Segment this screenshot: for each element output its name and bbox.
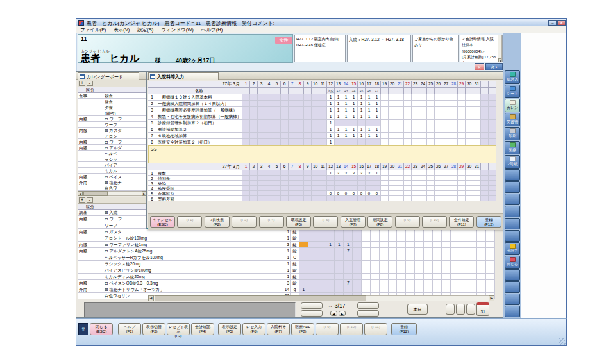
schedule-day-cell[interactable] <box>389 261 398 267</box>
meal-day-cell[interactable] <box>389 170 396 176</box>
schedule-day-cell[interactable] <box>326 267 335 274</box>
schedule-day-cell[interactable] <box>326 235 335 242</box>
fee-day-cell[interactable] <box>242 126 250 133</box>
meal-day-cell[interactable] <box>466 191 473 196</box>
schedule-day-cell[interactable] <box>459 235 468 242</box>
blank-button[interactable] <box>446 304 455 315</box>
meal-day-cell[interactable] <box>466 181 473 186</box>
schedule-day-cell[interactable] <box>415 261 424 267</box>
meal-day-cell[interactable] <box>412 170 419 176</box>
close-button[interactable]: ✕ <box>557 20 566 26</box>
fee-day-cell[interactable] <box>250 126 258 133</box>
schedule-day-cell[interactable] <box>486 267 495 274</box>
schedule-day-cell[interactable] <box>344 261 353 267</box>
collapse-all-button[interactable]: - <box>87 81 93 86</box>
item-name-cell[interactable]: ⊟ ワーフ <box>103 139 147 145</box>
meal-day-cell[interactable] <box>404 196 412 201</box>
bottom-fkey-f2-button[interactable]: 表示切替(F2) <box>142 323 165 335</box>
meal-day-cell[interactable] <box>327 181 335 186</box>
meal-day-cell[interactable] <box>373 181 381 186</box>
fee-day-cell[interactable]: 1 <box>358 113 366 120</box>
meal-day-cell[interactable] <box>319 196 327 201</box>
schedule-day-cell[interactable] <box>371 242 380 248</box>
drug-name-cell[interactable]: ラシックス錠20mg <box>103 261 273 267</box>
fee-day-cell[interactable] <box>304 139 312 145</box>
meal-day-cell[interactable] <box>389 196 396 201</box>
meal-day-cell[interactable] <box>419 170 427 176</box>
meal-day-cell[interactable] <box>366 176 373 181</box>
schedule-day-cell[interactable] <box>486 248 495 254</box>
meal-day-cell[interactable] <box>358 176 366 181</box>
schedule-day-cell[interactable] <box>477 242 486 248</box>
fee-day-cell[interactable] <box>419 139 427 145</box>
fee-day-cell[interactable] <box>281 101 289 107</box>
meal-day-cell[interactable] <box>281 170 289 176</box>
meal-day-cell[interactable] <box>473 196 481 201</box>
schedule-day-cell[interactable] <box>468 267 477 274</box>
fee-day-cell[interactable]: 1 <box>366 94 373 101</box>
fee-day-cell[interactable] <box>296 101 304 107</box>
sidebar-button[interactable]: 文書管理 <box>505 113 520 126</box>
meal-day-cell[interactable] <box>242 170 250 176</box>
fee-day-cell[interactable] <box>427 94 435 101</box>
schedule-day-cell[interactable] <box>371 267 380 274</box>
schedule-day-cell[interactable] <box>344 267 353 274</box>
meal-day-cell[interactable] <box>427 170 435 176</box>
schedule-day-cell[interactable] <box>424 274 433 280</box>
meal-day-cell[interactable] <box>312 181 319 186</box>
meal-day-cell[interactable]: 3 <box>342 170 350 176</box>
fee-day-cell[interactable] <box>466 113 473 120</box>
meal-day-cell[interactable]: 3 <box>358 170 366 176</box>
fee-day-cell[interactable] <box>312 120 319 126</box>
schedule-day-cell[interactable] <box>468 274 477 280</box>
kubun-cell[interactable] <box>78 122 103 128</box>
meal-day-cell[interactable] <box>419 191 427 196</box>
fee-day-cell[interactable] <box>312 107 319 113</box>
menu-item[interactable]: 表示(V) <box>110 26 133 33</box>
fee-day-cell[interactable] <box>281 126 289 133</box>
sidebar-account-check-button[interactable]: 会計チェック <box>505 242 520 255</box>
fee-day-cell[interactable]: 1 <box>373 107 381 113</box>
fee-day-cell[interactable] <box>266 133 273 139</box>
meal-day-cell[interactable] <box>273 181 281 186</box>
kubun-cell[interactable]: 内服 <box>78 139 103 145</box>
meal-day-cell[interactable] <box>312 186 319 191</box>
meal-day-cell[interactable] <box>327 176 335 181</box>
menu-item[interactable]: ヘルプ(H) <box>198 26 226 33</box>
meal-day-cell[interactable] <box>396 181 404 186</box>
fee-day-cell[interactable] <box>289 133 296 139</box>
fee-day-cell[interactable] <box>427 101 435 107</box>
resize-grip[interactable] <box>559 338 566 345</box>
fee-day-cell[interactable] <box>342 139 350 145</box>
fee-day-cell[interactable] <box>319 94 327 101</box>
fee-day-cell[interactable] <box>419 94 427 101</box>
fee-day-cell[interactable] <box>427 126 435 133</box>
schedule-day-cell[interactable] <box>326 248 335 254</box>
schedule-day-cell[interactable] <box>415 248 424 254</box>
fee-day-cell[interactable]: 1 <box>366 113 373 120</box>
fee-day-cell[interactable] <box>466 139 473 145</box>
bottom-fkey-f3-button[interactable]: レセプト表示(F3) <box>167 323 190 335</box>
meal-day-cell[interactable]: 0 <box>358 191 366 196</box>
schedule-day-cell[interactable] <box>317 280 326 286</box>
schedule-day-cell[interactable] <box>362 261 371 267</box>
meal-day-cell[interactable] <box>435 186 442 191</box>
fee-day-cell[interactable] <box>381 139 389 145</box>
fee-day-cell[interactable] <box>419 120 427 126</box>
schedule-day-cell[interactable] <box>326 286 335 293</box>
fee-day-cell[interactable] <box>404 107 412 113</box>
schedule-day-cell[interactable] <box>371 274 380 280</box>
meal-day-cell[interactable] <box>373 176 381 181</box>
kubun-cell[interactable]: 内服 <box>78 145 103 151</box>
meal-day-cell[interactable] <box>366 181 373 186</box>
fee-day-cell[interactable] <box>319 126 327 133</box>
fee-day-cell[interactable] <box>258 133 266 139</box>
sidebar-blank-button[interactable] <box>505 230 520 242</box>
fee-day-cell[interactable] <box>304 120 312 126</box>
fee-day-cell[interactable] <box>396 133 404 139</box>
fee-day-cell[interactable] <box>381 113 389 120</box>
schedule-day-cell[interactable] <box>371 280 380 286</box>
fee-day-cell[interactable] <box>435 120 442 126</box>
schedule-day-cell[interactable] <box>397 261 406 267</box>
fee-day-cell[interactable] <box>319 113 327 120</box>
